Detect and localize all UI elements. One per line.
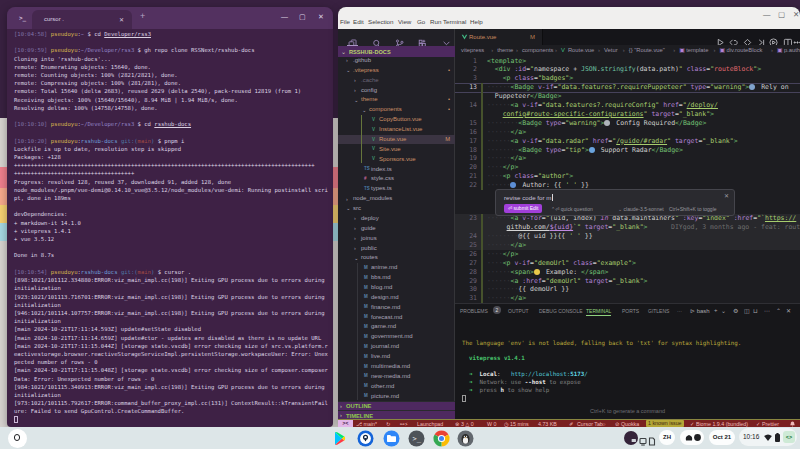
- source-control-icon[interactable]: [395, 34, 404, 43]
- integrated-terminal[interactable]: The language 'env' is not loaded, fallin…: [462, 340, 741, 405]
- terminal-titlebar[interactable]: >_ cursor . ✕ + — ▢ ✕: [7, 7, 333, 29]
- status-prettier[interactable]: ✓ Prettier: [756, 421, 779, 427]
- status-launchpad[interactable]: Launchpad: [417, 421, 443, 427]
- panel-tab-output[interactable]: OUTPUT: [508, 308, 529, 314]
- tree-item-public[interactable]: ›public: [338, 243, 455, 253]
- terminal-maximize-button[interactable]: ▢: [299, 13, 306, 21]
- ime-badge[interactable]: ZH: [659, 430, 675, 445]
- tree-item-live.md[interactable]: Mlive.md: [338, 352, 455, 362]
- panel-tab-[interactable]: ⋯: [677, 308, 682, 314]
- panel-tab-ports[interactable]: PORTS: [622, 308, 639, 314]
- breadcrumb-item[interactable]: components: [522, 47, 554, 53]
- panel-tab-debug-console[interactable]: DEBUG CONSOLE: [539, 308, 583, 314]
- vscode-maximize-button[interactable]: ▢: [778, 10, 785, 19]
- tote-clipboard-icon[interactable]: [648, 432, 656, 449]
- breadcrumb-item[interactable]: p.author: [784, 47, 800, 53]
- settings-gear-icon[interactable]: ⚙: [733, 307, 738, 314]
- terminal-output[interactable]: [10:04:58] pseudoyu:~ $ cd Developer/rss…: [7, 29, 333, 427]
- tree-item-guide[interactable]: ›guide: [338, 223, 455, 233]
- tree-item-types.ts[interactable]: TStypes.ts: [338, 184, 455, 194]
- tree-item-new-media.md[interactable]: Mnew-media.md: [338, 371, 455, 381]
- status-[interactable]: ⚯⚡: [400, 421, 408, 427]
- split-terminal-icon[interactable]: ◫: [744, 307, 750, 314]
- chevron-up-icon[interactable]: ⌃: [776, 307, 781, 314]
- tree-item-multimedia.md[interactable]: Mmultimedia.md: [338, 362, 455, 372]
- code-editor[interactable]: 1<template>2 <div :id="namespace + JSON.…: [455, 56, 800, 303]
- tree-item-forecast.md[interactable]: Mforecast.md: [338, 312, 455, 322]
- breadcrumb-item[interactable]: Route.vue: [568, 47, 594, 53]
- tree-item-routes[interactable]: ⌄routes: [338, 253, 455, 263]
- tree-item-CopyButton.vue[interactable]: VCopyButton.vue: [338, 115, 455, 125]
- menu-go[interactable]: Go: [417, 18, 425, 25]
- search-icon[interactable]: [372, 34, 381, 43]
- tree-item-index.ts[interactable]: TSindex.ts: [338, 164, 455, 174]
- tote-screen-icon[interactable]: [639, 432, 647, 449]
- terminal-shell-label[interactable]: ⊳ bash: [690, 307, 710, 314]
- tree-item-game.md[interactable]: Mgame.md: [338, 322, 455, 332]
- tree-item-journal.md[interactable]: Mjournal.md: [338, 342, 455, 352]
- cmdk-submit-button[interactable]: ⏎ submit Edit: [504, 204, 542, 213]
- cmdk-model-selector[interactable]: ⌄ claude-3.5-sonnet: [618, 206, 664, 212]
- vpn-pill[interactable]: [680, 430, 704, 449]
- tree-item-components[interactable]: ⌄components•: [338, 105, 455, 115]
- tree-item-blog.md[interactable]: Mblog.md: [338, 283, 455, 293]
- breadcrumb-item[interactable]: template: [686, 47, 708, 53]
- status-15-mins[interactable]: ◷ 15 mins: [504, 421, 529, 427]
- menu-help[interactable]: Help: [470, 18, 483, 25]
- status-cursor-tab[interactable]: Cursor Tab: [577, 421, 603, 427]
- breadcrumb-item[interactable]: {} "Route.vue": [629, 47, 665, 53]
- breadcrumb-item[interactable]: Vetur: [604, 47, 618, 53]
- status-[interactable]: ✐: [569, 421, 573, 427]
- panel-tab-problems[interactable]: PROBLEMS: [460, 308, 488, 314]
- menu-view[interactable]: View: [398, 18, 411, 25]
- tab-route-vue[interactable]: Route.vue M: [455, 29, 543, 45]
- tree-item-finance.md[interactable]: Mfinance.md: [338, 302, 455, 312]
- tree-item-design.md[interactable]: Mdesign.md: [338, 292, 455, 302]
- tree-item-Route.vue[interactable]: VRoute.vueM: [338, 135, 455, 145]
- breadcrumb-item[interactable]: div.routeBlock: [727, 47, 763, 53]
- menu-run[interactable]: Run: [430, 18, 441, 25]
- tree-item-theme[interactable]: ⌄theme•: [338, 95, 455, 105]
- tree-item-Site.vue[interactable]: VSite.vue: [338, 144, 455, 154]
- menu-edit[interactable]: Edit: [353, 18, 364, 25]
- terminal-tab-close-icon[interactable]: ✕: [119, 16, 124, 23]
- tree-item-.vitepress[interactable]: ⌄.vitepress•: [338, 65, 455, 75]
- panel-tab-gitlens[interactable]: GITLENS: [648, 308, 669, 314]
- tree-item-style.css[interactable]: #style.css: [338, 174, 455, 184]
- status-quokka[interactable]: ⊘ Quokka: [615, 421, 639, 427]
- terminal-tab[interactable]: cursor . ✕: [32, 10, 132, 30]
- new-terminal-icon[interactable]: +: [714, 307, 718, 313]
- tree-item-anime.md[interactable]: Manime.md: [338, 263, 455, 273]
- tree-item-other.md[interactable]: Mother.md: [338, 381, 455, 391]
- tree-item-joinus[interactable]: ›joinus: [338, 233, 455, 243]
- chevron-down-icon[interactable]: [442, 34, 451, 43]
- terminal-close-button[interactable]: ✕: [318, 13, 324, 21]
- tree-item-.github[interactable]: ›.github: [338, 56, 455, 66]
- status-3-0[interactable]: ⊗ 3 △ 0: [455, 421, 474, 427]
- status-1-known-issue[interactable]: 1 known issue: [646, 420, 684, 427]
- status-[interactable]: ☺: [601, 421, 606, 427]
- tree-item-bbs.md[interactable]: Mbbs.md: [338, 273, 455, 283]
- trash-icon[interactable]: ⊔: [753, 307, 758, 314]
- menu-file[interactable]: File: [340, 18, 350, 25]
- cmdk-quick-question[interactable]: ⌃⏎ quick question: [551, 206, 593, 212]
- status-tray[interactable]: 10:16<>: [739, 428, 797, 446]
- vscode-minimize-button[interactable]: —: [763, 10, 771, 19]
- menu-selection[interactable]: Selection: [368, 18, 393, 25]
- tree-item-InstanceList.vue[interactable]: VInstanceList.vue: [338, 125, 455, 135]
- terminal-minimize-button[interactable]: —: [281, 13, 288, 20]
- tree-item-src[interactable]: ⌄src: [338, 204, 455, 214]
- date-pill[interactable]: Oct 21: [709, 430, 735, 445]
- extensions-icon[interactable]: [418, 34, 427, 43]
- status-biome-1-9-4-bundled[interactable]: ✓ Biome 1.9.4 (bundled): [690, 421, 748, 427]
- tote-screenshot-thumbnail[interactable]: [624, 431, 638, 449]
- status-4-73-kb[interactable]: 4.73 KB: [538, 421, 557, 427]
- breadcrumb-item[interactable]: theme: [497, 47, 513, 53]
- more-actions-icon[interactable]: ⋯: [764, 307, 770, 314]
- status-main[interactable]: ⎇ main*: [356, 421, 377, 427]
- menu-terminal[interactable]: Terminal: [443, 18, 466, 25]
- panel-tab-terminal[interactable]: TERMINAL: [586, 308, 611, 317]
- vscode-titlebar[interactable]: — ▢ ✕ FileEditSelectionViewGoRunTerminal…: [338, 7, 800, 29]
- vscode-close-button[interactable]: ✕: [793, 10, 799, 19]
- breadcrumb[interactable]: vitepress›theme›components›VRoute.vue›Ve…: [455, 45, 800, 56]
